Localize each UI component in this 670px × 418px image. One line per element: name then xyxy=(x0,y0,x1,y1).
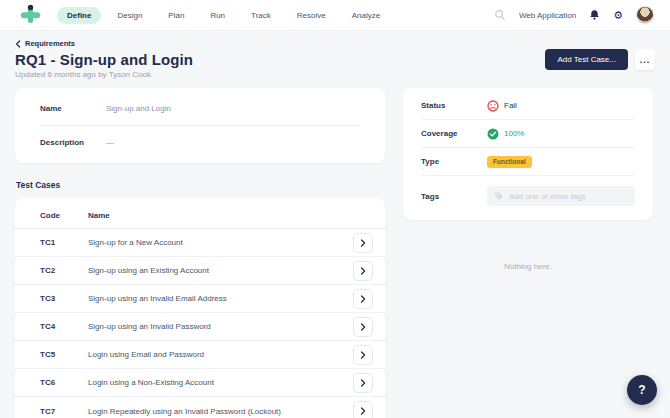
chevron-right-icon xyxy=(359,323,367,331)
test-case-name: Sign-up using an Invalid Password xyxy=(88,322,353,331)
test-case-code: TC3 xyxy=(40,294,88,303)
requirement-properties-card: Status Fail Coverage 100% xyxy=(403,88,653,220)
chevron-right-icon xyxy=(359,351,367,359)
test-case-name: Sign-up using an Existing Account xyxy=(88,266,353,275)
check-circle-icon xyxy=(487,128,499,140)
description-label: Description xyxy=(40,138,106,147)
test-case-name: Login Repeatedly using an Invalid Passwo… xyxy=(88,407,353,416)
page-header: Requirements RQ1 - Sign-up and Login Upd… xyxy=(15,39,655,79)
empty-state-text: Nothing here. xyxy=(403,262,653,271)
status-label: Status xyxy=(421,101,487,110)
tags-input-box[interactable] xyxy=(487,186,635,206)
chevron-right-icon xyxy=(359,379,367,387)
status-value: Fail xyxy=(504,101,517,110)
table-row[interactable]: TC2 Sign-up using an Existing Account xyxy=(15,257,385,285)
open-test-case-button[interactable] xyxy=(353,261,373,281)
page-title: RQ1 - Sign-up and Login xyxy=(15,51,193,68)
table-row[interactable]: TC6 Login using a Non-Existing Account xyxy=(15,369,385,397)
name-field-row: Name Sign-up and Login xyxy=(15,92,385,125)
test-case-name: Login using Email and Password xyxy=(88,350,353,359)
open-test-case-button[interactable] xyxy=(353,289,373,309)
nav-item-resolve[interactable]: Resolve xyxy=(287,7,336,24)
open-test-case-button[interactable] xyxy=(353,401,373,418)
requirement-details-card: Name Sign-up and Login Description — xyxy=(15,88,385,163)
test-cases-table: Code Name TC1 Sign-up for a New Account … xyxy=(15,198,385,418)
type-badge: Functional xyxy=(487,156,532,168)
search-icon[interactable] xyxy=(494,9,506,21)
nav-item-analyze[interactable]: Analyze xyxy=(342,7,390,24)
open-test-case-button[interactable] xyxy=(353,373,373,393)
more-actions-button[interactable]: ... xyxy=(635,49,655,70)
project-selector[interactable]: Web Application xyxy=(519,11,576,20)
nav-item-plan[interactable]: Plan xyxy=(158,7,194,24)
name-value: Sign-up and Login xyxy=(106,104,171,113)
test-case-name: Sign-up using an Invalid Email Address xyxy=(88,294,353,303)
column-header-code: Code xyxy=(40,211,88,220)
test-cases-section-title: Test Cases xyxy=(16,180,385,190)
column-header-name: Name xyxy=(88,211,110,220)
table-header: Code Name xyxy=(15,202,385,229)
name-label: Name xyxy=(40,104,106,113)
status-fail-icon xyxy=(487,100,499,112)
tags-row: Tags xyxy=(403,176,653,216)
open-test-case-button[interactable] xyxy=(353,317,373,337)
topbar-right: Web Application ⚙ xyxy=(494,6,654,24)
top-nav-bar: Define Design Plan Run Track Resolve Ana… xyxy=(0,0,670,31)
chevron-right-icon xyxy=(359,239,367,247)
test-case-name: Sign-up for a New Account xyxy=(88,238,353,247)
coverage-label: Coverage xyxy=(421,129,487,138)
test-case-code: TC1 xyxy=(40,238,88,247)
open-test-case-button[interactable] xyxy=(353,233,373,253)
test-case-name: Login using a Non-Existing Account xyxy=(88,378,353,387)
description-field-row: Description — xyxy=(15,126,385,159)
app-root: Define Design Plan Run Track Resolve Ana… xyxy=(0,0,670,418)
test-case-code: TC6 xyxy=(40,378,88,387)
coverage-value: 100% xyxy=(504,129,524,138)
type-label: Type xyxy=(421,157,487,166)
nav-item-define[interactable]: Define xyxy=(57,7,101,24)
chevron-right-icon xyxy=(359,295,367,303)
tags-label: Tags xyxy=(421,192,487,201)
type-row: Type Functional xyxy=(403,148,653,175)
coverage-row: Coverage 100% xyxy=(403,120,653,147)
page-subtitle: Updated 6 months ago by Tyson Cook xyxy=(15,70,193,79)
status-row: Status Fail xyxy=(403,92,653,119)
avatar[interactable] xyxy=(636,6,654,24)
settings-gear-icon[interactable]: ⚙ xyxy=(613,10,623,21)
table-row[interactable]: TC1 Sign-up for a New Account xyxy=(15,229,385,257)
open-test-case-button[interactable] xyxy=(353,345,373,365)
nav-item-track[interactable]: Track xyxy=(241,7,281,24)
test-case-code: TC7 xyxy=(40,407,88,416)
table-row[interactable]: TC5 Login using Email and Password xyxy=(15,341,385,369)
nav-item-run[interactable]: Run xyxy=(200,7,235,24)
main-nav: Define Design Plan Run Track Resolve Ana… xyxy=(57,7,390,24)
app-logo-icon[interactable] xyxy=(20,4,41,26)
chevron-right-icon xyxy=(359,407,367,415)
breadcrumb-label: Requirements xyxy=(25,39,75,48)
breadcrumb[interactable]: Requirements xyxy=(15,39,193,48)
add-test-case-button[interactable]: Add Test Case... xyxy=(545,49,628,70)
table-row[interactable]: TC4 Sign-up using an Invalid Password xyxy=(15,313,385,341)
test-case-code: TC5 xyxy=(40,350,88,359)
chevron-left-icon xyxy=(15,40,21,48)
table-row[interactable]: TC3 Sign-up using an Invalid Email Addre… xyxy=(15,285,385,313)
notifications-bell-icon[interactable] xyxy=(589,9,600,21)
main-content: Requirements RQ1 - Sign-up and Login Upd… xyxy=(0,31,670,418)
chevron-right-icon xyxy=(359,267,367,275)
description-value: — xyxy=(106,138,114,147)
help-button[interactable]: ? xyxy=(627,375,657,405)
test-case-code: TC2 xyxy=(40,266,88,275)
table-row[interactable]: TC7 Login Repeatedly using an Invalid Pa… xyxy=(15,397,385,418)
tag-icon xyxy=(494,191,504,201)
tags-input[interactable] xyxy=(509,192,628,201)
nav-item-design[interactable]: Design xyxy=(107,7,152,24)
test-case-code: TC4 xyxy=(40,322,88,331)
